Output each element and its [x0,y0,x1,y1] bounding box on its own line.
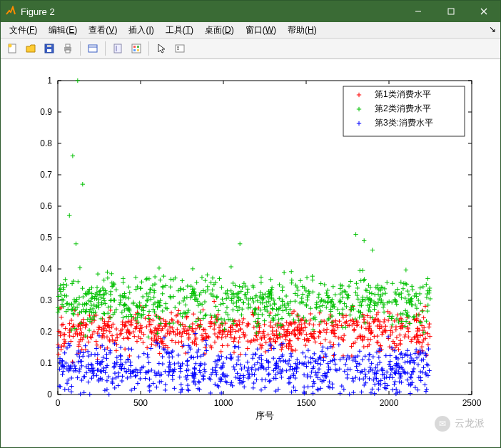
save-button[interactable] [41,40,58,57]
maximize-button[interactable] [435,1,467,22]
titlebar[interactable]: Figure 2 [1,1,500,22]
svg-rect-11 [66,50,70,53]
svg-text:0.8: 0.8 [40,138,52,148]
colorbar-button[interactable] [128,40,145,57]
datacursor-button[interactable] [109,40,126,57]
toolbar-separator [80,41,81,56]
toolbar-separator [105,41,106,56]
menu-tools[interactable]: 工具(T) [160,23,199,38]
svg-text:第2类消费水平: 第2类消费水平 [375,103,431,113]
svg-rect-14 [114,44,121,53]
window-title: Figure 2 [21,6,402,17]
toolbar [1,39,500,59]
insert-legend-button[interactable] [171,40,188,57]
svg-text:0.6: 0.6 [40,201,52,211]
minimize-button[interactable] [402,1,435,22]
link-button[interactable] [84,40,101,57]
menu-help[interactable]: 帮助(H) [282,23,323,38]
svg-rect-12 [88,45,97,52]
axes-area[interactable]: 0500100015002000250000.10.20.30.40.50.60… [1,59,500,447]
svg-rect-21 [176,45,184,52]
svg-point-5 [9,44,12,48]
svg-text:0: 0 [47,390,52,399]
svg-rect-16 [132,44,141,53]
svg-rect-18 [137,46,139,48]
print-button[interactable] [59,40,76,57]
svg-text:500: 500 [133,398,148,408]
new-figure-button[interactable] [4,40,21,57]
svg-text:1: 1 [47,76,52,86]
svg-text:1500: 1500 [297,398,316,408]
svg-rect-20 [137,49,139,51]
svg-text:2500: 2500 [462,398,482,408]
dock-arrow-icon[interactable]: ↘ [489,24,496,34]
svg-text:序号: 序号 [255,410,274,421]
svg-text:0.3: 0.3 [40,295,52,305]
svg-text:0.1: 0.1 [40,358,52,368]
menu-edit[interactable]: 编辑(E) [43,23,83,38]
close-button[interactable] [467,1,500,22]
svg-text:0.5: 0.5 [40,233,52,243]
svg-rect-7 [47,49,51,52]
scatter-plot: 0500100015002000250000.10.20.30.40.50.60… [1,59,500,448]
matlab-icon [5,6,16,17]
open-button[interactable] [22,40,39,57]
svg-text:0.4: 0.4 [40,264,52,274]
svg-text:第1类消费水平: 第1类消费水平 [375,89,431,99]
menu-file[interactable]: 文件(F) [4,23,43,38]
svg-text:0.7: 0.7 [40,170,52,180]
svg-rect-8 [47,45,51,47]
pointer-button[interactable] [153,40,170,57]
menu-view[interactable]: 查看(V) [83,23,123,38]
menu-desktop[interactable]: 桌面(D) [199,23,240,38]
svg-rect-10 [66,44,70,47]
menubar: 文件(F) 编辑(E) 查看(V) 插入(I) 工具(T) 桌面(D) 窗口(W… [1,22,500,39]
svg-text:0.2: 0.2 [40,327,52,337]
figure-window: Figure 2 文件(F) 编辑(E) 查看(V) 插入(I) 工具(T) 桌… [0,0,501,448]
svg-text:0.9: 0.9 [40,107,52,117]
svg-rect-1 [448,9,454,14]
svg-rect-17 [133,46,136,48]
toolbar-separator [148,41,149,56]
menu-insert[interactable]: 插入(I) [123,23,159,38]
svg-text:1000: 1000 [214,398,233,408]
svg-text:2000: 2000 [380,398,399,408]
svg-text:0: 0 [56,398,61,408]
menu-window[interactable]: 窗口(W) [240,23,282,38]
svg-rect-19 [133,49,136,51]
svg-text:第3类:消费水平: 第3类:消费水平 [375,118,433,128]
